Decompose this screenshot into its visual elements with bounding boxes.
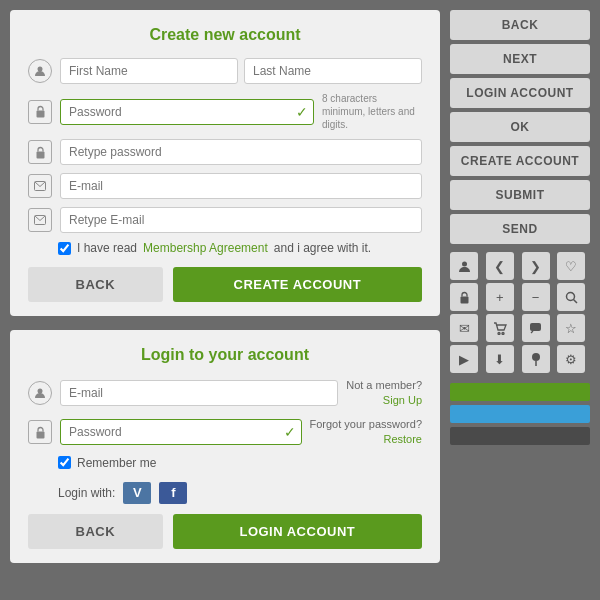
remember-me-row: Remember me <box>58 456 422 470</box>
svg-rect-1 <box>36 111 44 118</box>
settings-icon[interactable]: ⚙ <box>557 345 585 373</box>
svg-point-0 <box>38 67 43 72</box>
name-inputs <box>60 58 422 84</box>
retype-password-row <box>28 139 422 165</box>
lock2-icon <box>28 140 52 164</box>
svg-point-12 <box>502 332 504 334</box>
agreement-row: I have read Membershp Agreement and i ag… <box>58 241 422 255</box>
cart-icon[interactable] <box>486 314 514 342</box>
retype-email-row <box>28 207 422 233</box>
login-email-input-wrap <box>60 380 338 406</box>
left-panel: Create new account <box>10 10 440 590</box>
blue-color-bar <box>450 405 590 423</box>
icons-grid: ❮ ❯ ♡ + − ✉ ☆ ▶ ⬇ ⚙ <box>450 252 590 373</box>
pin-icon[interactable] <box>522 345 550 373</box>
login-user-icon <box>28 381 52 405</box>
svg-point-14 <box>532 353 540 361</box>
forgot-password-text: Forgot your password? Restore <box>310 417 423 448</box>
right-panel: BACK NEXT LOGIN ACCOUNT OK CREATE ACCOUN… <box>450 10 590 590</box>
minus-icon[interactable]: − <box>522 283 550 311</box>
lock-icon <box>28 100 52 124</box>
remember-me-label: Remember me <box>77 456 156 470</box>
next-nav-button[interactable]: NEXT <box>450 44 590 74</box>
remember-me-checkbox[interactable] <box>58 456 71 469</box>
play-icon[interactable]: ▶ <box>450 345 478 373</box>
login-with-row: Login with: V f <box>58 482 422 504</box>
chat-icon[interactable] <box>522 314 550 342</box>
agreement-text: I have read <box>77 241 137 255</box>
login-email-row: Not a member? Sign Up <box>28 378 422 409</box>
plus-icon[interactable]: + <box>486 283 514 311</box>
login-password-input-wrap: ✓ <box>60 419 302 445</box>
download-icon[interactable]: ⬇ <box>486 345 514 373</box>
green-color-bar <box>450 383 590 401</box>
login-password-check-icon: ✓ <box>284 424 296 440</box>
svg-line-10 <box>573 299 577 303</box>
email-row <box>28 173 422 199</box>
svg-rect-6 <box>36 431 44 438</box>
retype-password-input[interactable] <box>60 139 422 165</box>
last-name-input[interactable] <box>244 58 422 84</box>
login-email-input[interactable] <box>60 380 338 406</box>
password-row: ✓ 8 characters minimum, letters and digi… <box>28 92 422 131</box>
email-input-wrap <box>60 173 422 199</box>
chevron-right-icon[interactable]: ❯ <box>522 252 550 280</box>
password-check-icon: ✓ <box>296 104 308 120</box>
submit-nav-button[interactable]: SUBMIT <box>450 180 590 210</box>
svg-point-7 <box>462 261 467 266</box>
svg-rect-8 <box>460 296 468 303</box>
email-input[interactable] <box>60 173 422 199</box>
send-nav-button[interactable]: SEND <box>450 214 590 244</box>
not-member-text: Not a member? Sign Up <box>346 378 422 409</box>
name-row <box>28 58 422 84</box>
create-account-buttons: BACK CREATE ACCOUNT <box>28 267 422 302</box>
fb-login-button[interactable]: f <box>159 482 187 504</box>
login-password-row: ✓ Forgot your password? Restore <box>28 417 422 448</box>
agreement-link[interactable]: Membershp Agreement <box>143 241 268 255</box>
login-buttons: BACK LOGIN ACCOUNT <box>28 514 422 549</box>
sign-up-link[interactable]: Sign Up <box>383 394 422 406</box>
user-icon <box>28 59 52 83</box>
retype-password-input-wrap <box>60 139 422 165</box>
create-account-nav-button[interactable]: CREATE ACCOUNT <box>450 146 590 176</box>
restore-link[interactable]: Restore <box>383 433 422 445</box>
user-grid-icon[interactable] <box>450 252 478 280</box>
login-card: Login to your account Not a member? Sign… <box>10 330 440 563</box>
svg-rect-13 <box>530 323 541 331</box>
mail-grid-icon[interactable]: ✉ <box>450 314 478 342</box>
password-hint: 8 characters minimum, letters and digits… <box>322 92 422 131</box>
heart-icon[interactable]: ♡ <box>557 252 585 280</box>
retype-email-input[interactable] <box>60 207 422 233</box>
svg-rect-2 <box>36 151 44 158</box>
agreement-checkbox[interactable] <box>58 242 71 255</box>
svg-point-5 <box>38 389 43 394</box>
email-icon <box>28 174 52 198</box>
login-submit-button[interactable]: LOGIN ACCOUNT <box>173 514 422 549</box>
retype-email-input-wrap <box>60 207 422 233</box>
svg-point-11 <box>498 332 500 334</box>
lock-grid-icon[interactable] <box>450 283 478 311</box>
password-input[interactable] <box>60 99 314 125</box>
login-password-input[interactable] <box>60 419 302 445</box>
login-title: Login to your account <box>28 346 422 364</box>
login-account-nav-button[interactable]: LOGIN ACCOUNT <box>450 78 590 108</box>
login-with-label: Login with: <box>58 486 115 500</box>
agreement-suffix: and i agree with it. <box>274 241 371 255</box>
create-back-button[interactable]: BACK <box>28 267 163 302</box>
color-bars <box>450 383 590 445</box>
star-icon[interactable]: ☆ <box>557 314 585 342</box>
chevron-left-icon[interactable]: ❮ <box>486 252 514 280</box>
vk-login-button[interactable]: V <box>123 482 151 504</box>
email2-icon <box>28 208 52 232</box>
dark-color-bar <box>450 427 590 445</box>
first-name-input[interactable] <box>60 58 238 84</box>
login-back-button[interactable]: BACK <box>28 514 163 549</box>
create-account-title: Create new account <box>28 26 422 44</box>
create-account-submit-button[interactable]: CREATE ACCOUNT <box>173 267 422 302</box>
ok-nav-button[interactable]: OK <box>450 112 590 142</box>
login-lock-icon <box>28 420 52 444</box>
password-input-wrap: ✓ <box>60 99 314 125</box>
svg-point-9 <box>566 292 574 300</box>
back-nav-button[interactable]: BACK <box>450 10 590 40</box>
search-icon[interactable] <box>557 283 585 311</box>
